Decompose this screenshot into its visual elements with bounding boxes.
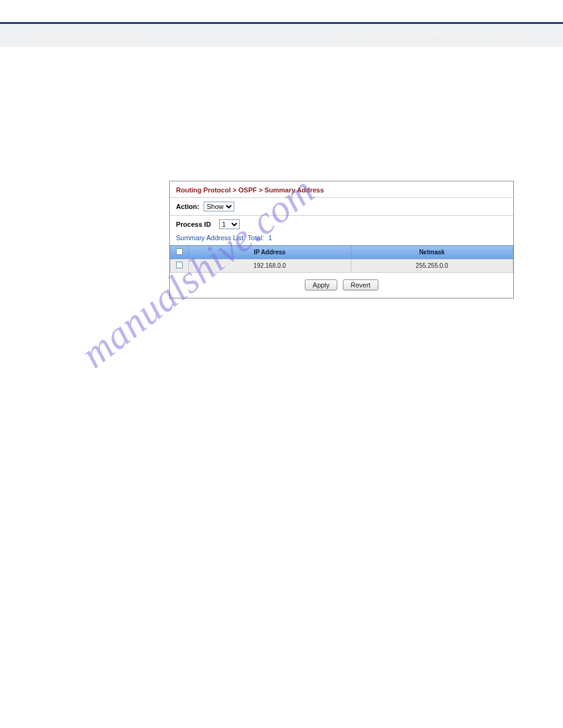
table-header-row: IP Address Netmask xyxy=(170,246,513,259)
breadcrumb: Routing Protocol > OSPF > Summary Addres… xyxy=(170,181,513,198)
apply-button[interactable]: Apply xyxy=(305,279,338,290)
config-panel: Routing Protocol > OSPF > Summary Addres… xyxy=(169,181,514,298)
summary-address-table: IP Address Netmask 192.168.0.0 255.255.0… xyxy=(170,245,513,273)
step-text: Select the required Process ID. xyxy=(69,118,170,126)
step-text: Click Routing Protocol, OSPF, Summary Ad… xyxy=(69,89,231,97)
process-id-select[interactable]: 1 xyxy=(219,219,240,229)
column-ip: IP Address xyxy=(189,246,351,259)
chapter-label: Chapter 19 | Unicast Routing xyxy=(43,31,129,38)
action-select[interactable]: Show xyxy=(204,202,234,211)
figure-caption: Figure 384: Showing Summary Addresses fo… xyxy=(59,170,267,178)
instruction-lead: To show the summary addresses: xyxy=(59,74,513,85)
instruction-step-1: 1.Click Routing Protocol, OSPF, Summary … xyxy=(59,88,513,99)
row-checkbox[interactable] xyxy=(176,262,183,268)
list-title-text: Summary Address List xyxy=(176,234,243,241)
process-id-row: Process ID 1 xyxy=(170,216,513,232)
page-number: – 588 – xyxy=(43,702,66,710)
instruction-block: To show the summary addresses: 1.Click R… xyxy=(59,74,513,131)
header-checkbox-cell xyxy=(170,246,189,259)
table-row: 192.168.0.0 255.255.0.0 xyxy=(170,259,513,273)
cell-netmask: 255.255.0.0 xyxy=(351,259,513,273)
list-title: Summary Address List Total: 1 xyxy=(170,232,513,245)
revert-button[interactable]: Revert xyxy=(343,279,378,290)
column-netmask: Netmask xyxy=(351,246,513,259)
row-checkbox-cell xyxy=(170,259,189,273)
button-row: Apply Revert xyxy=(170,273,513,298)
action-label: Action: xyxy=(176,203,199,210)
select-all-checkbox[interactable] xyxy=(176,248,183,255)
action-row: Action: Show xyxy=(170,198,513,216)
list-total-label: Total: xyxy=(248,234,264,241)
section-label: Configuring the Open Shortest Path First… xyxy=(337,31,520,38)
list-total-value: 1 xyxy=(268,234,272,241)
step-text: Select Show from the Action list. xyxy=(69,103,174,112)
cell-ip: 192.168.0.0 xyxy=(189,259,351,273)
instruction-step-2: 2.Select Show from the Action list. xyxy=(59,102,513,113)
instruction-step-3: 3.Select the required Process ID. xyxy=(59,116,513,128)
process-id-label: Process ID xyxy=(176,221,211,228)
